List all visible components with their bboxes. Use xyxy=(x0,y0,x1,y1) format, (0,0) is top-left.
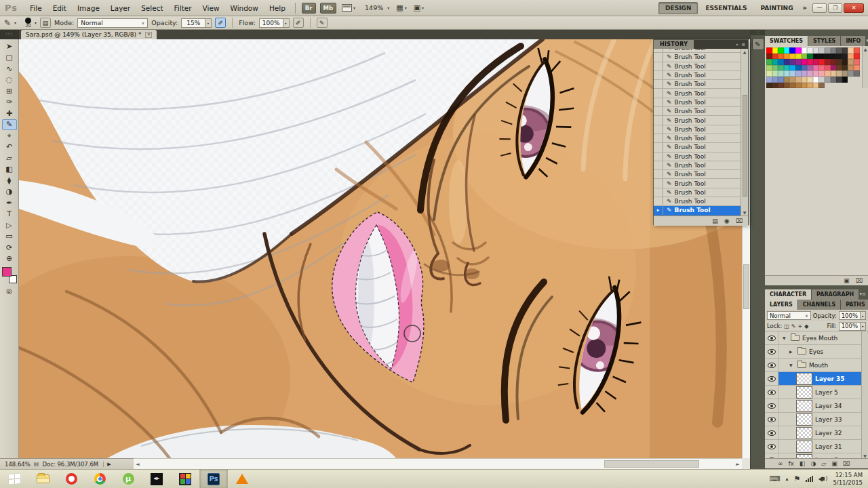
tab-info[interactable]: INFO xyxy=(841,36,866,46)
swatch[interactable] xyxy=(848,65,854,71)
swatch[interactable] xyxy=(766,83,772,89)
swatch[interactable] xyxy=(795,70,802,77)
history-source-column[interactable] xyxy=(654,188,663,197)
swatch[interactable] xyxy=(842,47,848,54)
expander-icon[interactable]: ▶ xyxy=(789,349,795,354)
swatch[interactable] xyxy=(818,77,825,83)
menu-help[interactable]: Help xyxy=(264,4,291,12)
swatch[interactable] xyxy=(772,70,778,77)
brush-tool[interactable]: ✎ xyxy=(2,119,17,131)
link-layers-icon[interactable]: ∞ xyxy=(778,460,783,467)
swatch[interactable] xyxy=(854,47,860,54)
canvas-area[interactable] xyxy=(19,39,742,458)
type-tool[interactable]: T xyxy=(2,209,17,220)
history-entry[interactable]: ✎Brush Tool xyxy=(654,89,748,98)
swatch[interactable] xyxy=(831,70,837,77)
eraser-tool[interactable]: ▱ xyxy=(2,152,17,164)
layer-row-content[interactable]: Layer 32 xyxy=(778,426,868,439)
swatch[interactable] xyxy=(813,70,819,77)
layer-row[interactable]: Layer 32 xyxy=(765,426,868,440)
swatch[interactable] xyxy=(766,54,772,60)
expander-icon[interactable]: ▼ xyxy=(789,363,795,367)
swatch[interactable] xyxy=(842,54,848,60)
tab-swatches[interactable]: SWATCHES xyxy=(765,36,808,46)
layer-thumbnail[interactable] xyxy=(796,373,812,385)
menu-filter[interactable]: Filter xyxy=(169,4,197,12)
swatch[interactable] xyxy=(772,83,778,89)
swatch[interactable] xyxy=(795,83,802,89)
visibility-toggle[interactable] xyxy=(765,386,778,399)
brush-preset-icon[interactable]: ✎ xyxy=(4,18,11,28)
swatch[interactable] xyxy=(807,65,813,71)
history-entry[interactable]: ✎Brush Tool xyxy=(654,179,748,188)
scroll-down-icon[interactable]: ▼ xyxy=(743,210,747,215)
swatch[interactable] xyxy=(807,47,813,54)
swatch[interactable] xyxy=(807,59,813,65)
taskbar-photoshop[interactable]: Ps xyxy=(199,470,228,488)
painting[interactable] xyxy=(19,39,742,458)
history-entry[interactable]: ✎Brush Tool xyxy=(654,80,748,89)
lock-transparency-icon[interactable]: ◫ xyxy=(784,323,789,329)
swatch[interactable] xyxy=(818,83,825,89)
history-source-column[interactable] xyxy=(654,197,663,205)
layer-thumbnail[interactable] xyxy=(796,400,812,412)
swatch[interactable] xyxy=(784,54,790,60)
zoom-tool[interactable]: ⊕ xyxy=(2,253,17,265)
swatch[interactable] xyxy=(772,47,778,54)
swatch[interactable] xyxy=(807,70,813,77)
new-snapshot-icon[interactable]: ◉ xyxy=(724,218,730,224)
taskbar-utorrent[interactable]: µ xyxy=(114,470,142,488)
swatch[interactable] xyxy=(825,59,831,65)
arrange-documents-button[interactable]: ▦▾ xyxy=(396,3,406,12)
taskbar-game-grid[interactable] xyxy=(171,470,199,488)
scroll-left-icon[interactable]: ◄ xyxy=(134,459,142,469)
visibility-toggle[interactable] xyxy=(765,399,778,412)
swatch[interactable] xyxy=(778,59,784,65)
history-entry[interactable]: ✎Brush Tool xyxy=(654,152,748,161)
layer-row-content[interactable]: Layer 35 xyxy=(778,372,868,385)
layer-row-content[interactable]: Layer 31 xyxy=(778,440,868,453)
history-source-column[interactable]: ▸ xyxy=(654,206,663,214)
scroll-up-icon[interactable]: ▲ xyxy=(743,49,747,54)
swatch[interactable] xyxy=(772,77,778,83)
swatch[interactable] xyxy=(813,83,819,89)
delete-state-icon[interactable]: ⌧ xyxy=(736,218,743,224)
visibility-toggle[interactable] xyxy=(765,345,778,358)
layer-thumbnail[interactable] xyxy=(796,427,812,439)
swatch[interactable] xyxy=(802,83,808,89)
swatch[interactable] xyxy=(778,70,784,77)
layer-group-icon[interactable]: ▱ xyxy=(821,460,826,467)
swatch[interactable] xyxy=(784,65,790,71)
swatch[interactable] xyxy=(818,59,825,65)
history-source-column[interactable] xyxy=(654,53,663,61)
menu-select[interactable]: Select xyxy=(136,4,168,12)
history-entry[interactable]: ✎Brush Tool xyxy=(654,62,748,71)
swatch[interactable] xyxy=(836,47,842,54)
opacity-stepper[interactable]: ▸ xyxy=(861,311,866,320)
new-layer-icon[interactable]: ▣ xyxy=(831,460,837,467)
history-source-column[interactable] xyxy=(654,80,663,88)
swatch[interactable] xyxy=(831,54,837,60)
new-swatch-icon[interactable]: ▣ xyxy=(844,277,850,284)
swatch[interactable] xyxy=(813,65,819,71)
swatch[interactable] xyxy=(795,65,802,71)
swatch[interactable] xyxy=(766,47,772,54)
layer-row-content[interactable]: Layer 8 xyxy=(778,453,868,458)
quick-mask-button[interactable]: ◎ xyxy=(6,287,12,295)
taskbar-chrome[interactable] xyxy=(85,470,114,488)
layer-row[interactable]: Layer 5 xyxy=(765,386,868,399)
history-entry[interactable]: ✎Brush Tool xyxy=(654,125,748,134)
quick-selection-tool[interactable]: ◌ xyxy=(2,75,17,86)
swatch[interactable] xyxy=(802,47,808,54)
swatch[interactable] xyxy=(818,47,825,54)
swatch[interactable] xyxy=(854,65,860,71)
swatch[interactable] xyxy=(802,65,808,71)
delete-swatch-icon[interactable]: ⌧ xyxy=(856,277,863,284)
swatch[interactable] xyxy=(842,70,848,77)
swatch[interactable] xyxy=(831,65,837,71)
scroll-right-icon[interactable]: ► xyxy=(734,459,742,469)
menu-edit[interactable]: Edit xyxy=(47,4,72,12)
fill-stepper[interactable]: ▸ xyxy=(861,322,866,331)
swatch[interactable] xyxy=(802,59,808,65)
history-source-column[interactable] xyxy=(654,71,663,79)
